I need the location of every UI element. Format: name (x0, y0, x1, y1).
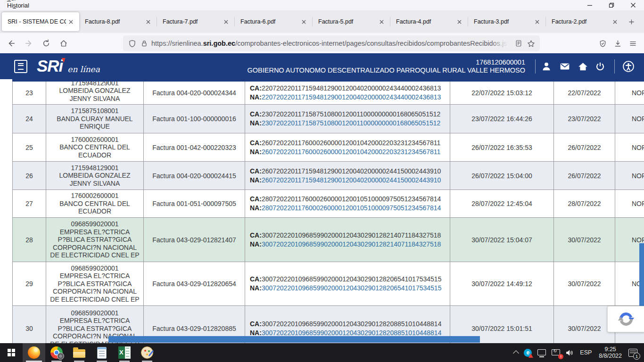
forward-icon (25, 39, 33, 48)
tab-close-button[interactable] (299, 17, 308, 26)
notepad-taskbar-button[interactable] (91, 343, 113, 362)
cell-document: Factura 043-029-012820654 (144, 262, 245, 305)
network-icon (537, 349, 546, 355)
authorization-number-link[interactable]: 2607202201176000260000120010420002203231… (262, 148, 440, 156)
messages-button[interactable] (558, 60, 572, 73)
new-tab-button[interactable] (623, 14, 639, 30)
restore-button[interactable] (601, 0, 622, 10)
tab-close-button[interactable] (221, 17, 231, 26)
cell-supplier: 0968599020001EMPRESA EL?CTRICAP?BLICA ES… (46, 218, 144, 262)
clock[interactable]: 9:25 8/8/2022 (595, 346, 626, 359)
shield-icon[interactable] (126, 37, 138, 49)
supplier-line: 0968599020001 (49, 264, 141, 272)
close-tab-icon (223, 19, 229, 25)
horizontal-scrollbar-thumb[interactable] (108, 336, 480, 343)
supplier-lines: 1715875108001BANDA CURAY MANUELENRIQUE (49, 107, 141, 131)
tab-factura-8-pdf[interactable]: Factura-8.pdf (79, 12, 157, 31)
url-bar[interactable]: https://srienlinea.sri.gob.ec/comprobant… (123, 35, 540, 51)
downloads-button[interactable] (610, 36, 625, 51)
reader-mode-button[interactable] (512, 37, 525, 49)
screenshare-tray-button[interactable]: ! (549, 343, 563, 362)
start-button[interactable] (0, 343, 23, 362)
tab-title: Factura-2.pdf (552, 18, 610, 25)
cell-access-key: CA:2207202201171594812900120040200000243… (245, 82, 450, 104)
paint-taskbar-button[interactable] (136, 343, 158, 362)
firefox-taskbar-button[interactable] (23, 343, 45, 362)
tab-factura-5-pdf[interactable]: Factura-5.pdf (313, 12, 390, 31)
supplier-line: EMPRESA EL?CTRICA (49, 272, 141, 280)
tab-close-button[interactable] (454, 17, 464, 26)
bookmark-star-button[interactable] (525, 37, 537, 49)
supplier-line: CORPORACI?N NACIONAL (49, 288, 141, 296)
supplier-lines: 1760002600001BANCO CENTRAL DELECUADOR (49, 136, 141, 159)
cell-emission-type: NORMAL (615, 133, 644, 161)
tab-close-button[interactable] (377, 17, 386, 26)
sri-logo[interactable]: SRi en línea (37, 57, 100, 75)
home-portal-button[interactable] (576, 60, 590, 73)
authorization-number-link[interactable]: 3007202201096859902000120430290128206541… (262, 284, 442, 292)
chrome-taskbar-button[interactable] (45, 343, 68, 362)
vertical-scrollbar-thumb[interactable] (639, 243, 644, 307)
authorization-number-link[interactable]: 3007202201096859902000120430290128214071… (262, 240, 441, 248)
cell-supplier: 1715948129001LOMBEIDA GONZALEZJENNY SILV… (46, 162, 144, 189)
network-tray-button[interactable] (535, 343, 549, 362)
tab-close-button[interactable] (66, 17, 75, 26)
cell-supplier: 1760002600001BANCO CENTRAL DELECUADOR (46, 190, 144, 217)
tab-factura-7-pdf[interactable]: Factura-7.pdf (157, 12, 234, 31)
excel-taskbar-button[interactable] (113, 343, 136, 362)
action-center-button[interactable]: 1 (626, 343, 640, 362)
minimize-icon (587, 2, 593, 8)
accessibility-button[interactable] (621, 60, 636, 73)
tab-close-button[interactable] (532, 17, 542, 26)
home-button[interactable] (56, 36, 71, 51)
cell-access-key: CA:2607202201176000260000120010420002203… (245, 133, 450, 161)
tab-factura-2-pdf[interactable]: Factura-2.pdf (546, 12, 623, 31)
recaptcha-logo-icon (618, 311, 635, 328)
tab-factura-4-pdf[interactable]: Factura-4.pdf (390, 12, 468, 31)
tray-expand-button[interactable] (511, 343, 521, 362)
cell-row-number: 26 (12, 162, 46, 189)
tab-close-button[interactable] (610, 17, 619, 26)
close-tab-icon (301, 19, 306, 25)
access-key-number: 3007202201096859902000120430290128214071… (262, 231, 441, 239)
language-indicator[interactable]: ESP (577, 349, 595, 356)
cell-emission-type: NORMAL (615, 105, 644, 133)
na-label: NA: (250, 329, 262, 337)
back-button[interactable] (4, 36, 19, 51)
authorization-number-link[interactable]: 2607202201171594812900120040200000244150… (262, 176, 441, 184)
tab-factura-3-pdf[interactable]: Factura-3.pdf (468, 12, 545, 31)
url-text[interactable]: https://srienlinea.sri.gob.ec/comprobant… (151, 40, 512, 47)
minimize-button[interactable] (579, 0, 601, 10)
forward-button[interactable] (21, 36, 36, 51)
recaptcha-badge[interactable] (607, 306, 644, 332)
cell-supplier: 0968599020001EMPRESA EL?CTRICAP?BLICA ES… (46, 262, 144, 305)
file-explorer-icon (73, 349, 85, 358)
menu-historial[interactable]: Historial (3, 2, 48, 9)
authorization-number-link[interactable]: 2807202201176000260000120010510000975051… (262, 204, 441, 212)
tab-close-button[interactable] (143, 17, 153, 26)
tab-sri-sistema-de-comp[interactable]: SRI - SISTEMA DE COMP (2, 12, 79, 31)
chrome-icon (50, 346, 63, 359)
tab-factura-6-pdf[interactable]: Factura-6.pdf (235, 12, 312, 31)
extension-shield-button[interactable] (595, 36, 610, 51)
sri-menu-button[interactable] (14, 60, 27, 73)
cell-issue-date: 28/07/2022 (554, 190, 615, 217)
cell-access-key: CA:2807202201176000260000120010510000975… (245, 190, 450, 217)
authorization-number-link[interactable]: 2307202201171587510800120011000000000168… (262, 119, 440, 127)
profile-button[interactable] (539, 60, 553, 73)
cell-issue-date: 26/07/2022 (554, 162, 615, 189)
cell-access-key: CA:3007202201096859902000120430290128214… (245, 218, 450, 262)
volume-tray-button[interactable] (563, 343, 577, 362)
authorization-number-link[interactable]: 2207202201171594812900120040200000243440… (262, 93, 441, 101)
lock-icon[interactable] (138, 37, 150, 49)
logout-button[interactable] (593, 60, 607, 73)
app-menu-button[interactable] (625, 36, 640, 51)
authorization-number-link[interactable]: 3007202201096859902000120430290128208851… (262, 329, 442, 337)
na-label: NA: (250, 93, 262, 101)
reload-button[interactable] (39, 36, 54, 51)
file-explorer-taskbar-button[interactable] (68, 343, 91, 362)
access-key-line: CA:2307202201171587510800120011000000000… (250, 110, 450, 119)
antivirus-tray-button[interactable] (521, 343, 535, 362)
close-button[interactable] (622, 0, 644, 10)
cell-authorization-datetime: 30/07/2022 15:04:07 (450, 218, 554, 262)
